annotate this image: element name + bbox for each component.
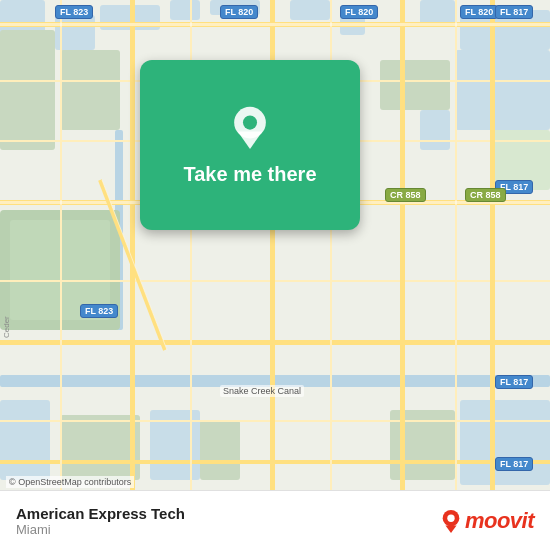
svg-rect-36 [400, 0, 405, 490]
svg-rect-37 [490, 0, 495, 490]
road-label-fl817-top: FL 817 [495, 5, 533, 19]
svg-rect-10 [0, 30, 55, 150]
svg-rect-14 [380, 60, 450, 110]
road-label-fl820-2: FL 820 [340, 5, 378, 19]
svg-rect-12 [455, 50, 550, 130]
road-label-fl823-top: FL 823 [55, 5, 93, 19]
svg-marker-51 [445, 525, 456, 532]
svg-rect-34 [130, 0, 135, 490]
svg-rect-41 [455, 0, 457, 490]
bottom-bar: American Express Tech Miami moovit [0, 490, 550, 550]
svg-rect-42 [0, 23, 550, 26]
svg-rect-15 [420, 110, 450, 150]
road-label-fl817-bot2: FL 817 [495, 457, 533, 471]
svg-rect-22 [460, 400, 550, 485]
map-container: FL 823 FL 820 FL 820 FL 820 FL 817 FL 81… [0, 0, 550, 490]
svg-rect-38 [60, 0, 62, 490]
map-attribution: © OpenStreetMap contributors [6, 476, 134, 488]
road-label-cr858-1: CR 858 [385, 188, 426, 202]
city-name: Miami [16, 522, 185, 537]
svg-rect-11 [60, 50, 120, 130]
svg-point-50 [447, 514, 454, 521]
svg-rect-4 [170, 0, 200, 20]
company-name: American Express Tech [16, 505, 185, 522]
company-info: American Express Tech Miami [16, 505, 185, 537]
svg-marker-48 [238, 131, 263, 149]
road-label-cr858-2: CR 858 [465, 188, 506, 202]
road-label-fl820-3: FL 820 [460, 5, 498, 19]
svg-rect-18 [0, 400, 50, 480]
road-label-fl820-1: FL 820 [220, 5, 258, 19]
svg-rect-8 [420, 0, 455, 25]
moovit-logo: moovit [441, 508, 534, 534]
take-me-there-label: Take me there [183, 163, 316, 186]
moovit-logo-text: moovit [465, 508, 534, 534]
svg-rect-19 [60, 415, 140, 480]
take-me-there-button[interactable]: Take me there [140, 60, 360, 230]
svg-rect-21 [200, 420, 240, 480]
svg-point-47 [243, 115, 257, 129]
svg-rect-6 [290, 0, 330, 20]
snake-creek-label: Snake Creek Canal [220, 385, 304, 397]
road-label-fl817-bot1: FL 817 [495, 375, 533, 389]
ceder-label: Ceder [2, 316, 11, 338]
road-label-fl823-mid: FL 823 [80, 304, 118, 318]
